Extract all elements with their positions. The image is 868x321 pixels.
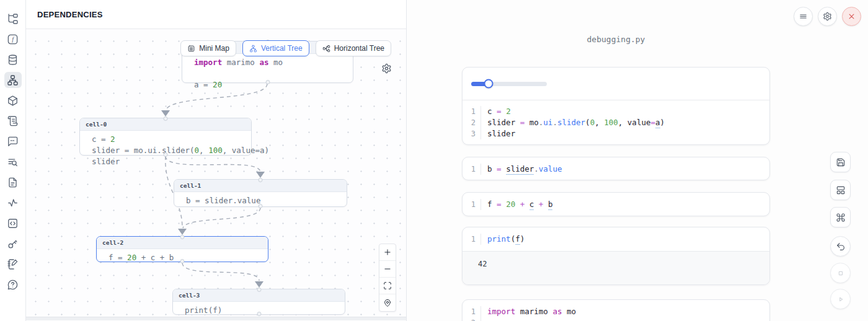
cell-tree-icon [7,13,19,25]
slider-widget[interactable] [471,82,547,86]
code-line: 1c = 2 [463,106,769,117]
dependency-graph-canvas[interactable]: cell-4 import marimo as moa = 20 cell-0 … [26,29,406,317]
graph-node-cell-2[interactable]: cell-2 f = 20 + c + b [96,236,268,262]
code-editor[interactable]: 1print(f) [463,227,769,251]
graph-zoom-controls [379,244,396,312]
sidebar-item-cell-tree[interactable] [4,11,22,27]
code-line: print(f) [179,305,339,316]
slider-thumb[interactable] [484,79,494,89]
view-mode-vertical-tree[interactable]: Vertical Tree [242,40,309,56]
code-line: slider [86,156,246,167]
edge-cell1-cell2 [183,208,260,228]
view-mode-label: Horizontal Tree [334,44,384,53]
layout-icon [836,185,846,195]
layout-button[interactable] [830,180,851,200]
sidebar-item-chat[interactable] [4,133,22,149]
command-button[interactable] [830,207,851,227]
graph-settings-button[interactable] [381,64,392,74]
dependency-graph-icon [7,74,19,86]
sidebar-item-packages[interactable] [4,92,22,108]
code-line: 3slider [463,128,769,139]
notebook-area: debugging.py 1c = 22slider = mo.ui.slide… [407,0,868,321]
code-line: import marimo as mo [188,57,347,68]
code-editor[interactable]: 1c = 22slider = mo.ui.slider(0, 100, val… [463,100,769,145]
sidebar-item-secrets[interactable] [4,235,22,252]
run-icon [836,294,846,304]
activity-bar: f [0,0,26,321]
run-button[interactable] [830,289,851,309]
code-editor[interactable]: 1b = slider.value [463,157,769,180]
code-line: 1print(f) [463,234,769,245]
sidebar-item-find[interactable] [4,154,22,170]
sidebar-item-logs[interactable] [4,113,22,129]
code-line: 2slider = mo.ui.slider(0, 100, value=a) [463,117,769,128]
graph-view-mode-toolbar: Mini MapVertical TreeHorizontal Tree [180,40,391,56]
sidebar-item-snippets[interactable] [4,215,22,231]
sidebar-item-scratchpad[interactable] [4,256,22,272]
notebook-cell: 1f = 20 + c + b [462,192,770,216]
code-line: slider = mo.ui.slider(0, 100, value=a) [86,145,246,156]
line-number: 1 [463,199,481,210]
notebook-cell: 1c = 22slider = mo.ui.slider(0, 100, val… [462,67,770,145]
graph-node-code: import marimo as moa = 20 [182,54,353,94]
menu-button[interactable] [794,7,813,26]
save-icon [836,157,846,167]
dependencies-title: DEPENDENCIES [37,10,103,19]
notebook-action-buttons [830,152,851,309]
dependencies-header: DEPENDENCIES [26,0,406,29]
stop-icon [836,268,846,278]
sidebar-item-datasources[interactable] [4,51,22,68]
save-button[interactable] [830,152,851,172]
graph-node-title: cell-0 [80,118,251,131]
zoom-in-icon [383,248,392,257]
center-view-icon [383,299,392,307]
arrowhead [161,110,170,117]
fit-view-button[interactable] [379,278,396,294]
gear-icon [823,12,832,21]
sidebar-item-documentation[interactable] [4,174,22,190]
fit-view-icon [383,281,392,290]
sidebar-item-tracing[interactable] [4,195,22,211]
code-line: a = 20 [188,79,347,90]
view-mode-label: Mini Map [199,44,229,53]
shutdown-button[interactable] [842,7,861,26]
dependencies-panel: DEPENDENCIES [26,0,407,321]
graph-node-title: cell-3 [173,289,345,302]
view-mode-horizontal-tree[interactable]: Horizontal Tree [316,40,391,56]
sidebar-item-help[interactable] [4,276,22,292]
code-editor[interactable]: 1f = 20 + c + b [463,193,769,216]
graph-node-cell-3[interactable]: cell-3 print(f) [172,289,345,315]
snippets-icon [7,218,19,229]
find-icon [7,156,19,168]
marimo-app: f DEPENDENCIES [0,0,868,321]
sidebar-item-dependency-graph[interactable] [4,72,22,88]
shutdown-icon [847,12,856,21]
graph-node-title: cell-2 [97,237,268,249]
cell-output-area [463,68,769,100]
gear-icon [381,63,392,76]
undo-icon [836,242,846,252]
zoom-out-icon [383,265,392,273]
graph-node-code: c = 2slider = mo.ui.slider(0, 100, value… [80,131,251,170]
notebook-cell: 1import marimo as mo2 [462,299,770,321]
sidebar-item-function[interactable]: f [4,31,22,47]
graph-node-code: f = 20 + c + b [97,249,268,266]
stop-button[interactable] [830,263,851,283]
line-number: 1 [463,106,481,117]
gear-button[interactable] [818,7,837,26]
command-icon [836,213,846,222]
zoom-out-button[interactable] [379,261,396,278]
graph-node-cell-1[interactable]: cell-1 b = slider.value [174,179,347,207]
view-mode-mini-map[interactable]: Mini Map [180,40,236,56]
vertical-tree-icon [249,45,257,53]
undo-button[interactable] [830,236,851,257]
zoom-in-button[interactable] [379,244,396,261]
center-view-button[interactable] [379,294,396,311]
code-line: 1import marimo as mo [463,306,769,317]
graph-node-cell-0[interactable]: cell-0 c = 2slider = mo.ui.slider(0, 100… [79,118,252,156]
chat-icon [7,136,19,147]
code-editor[interactable]: 1import marimo as mo2 [463,300,769,321]
line-number: 1 [463,164,481,175]
notebook-cell: 1print(f) 42 [462,227,770,285]
help-icon [7,279,19,291]
